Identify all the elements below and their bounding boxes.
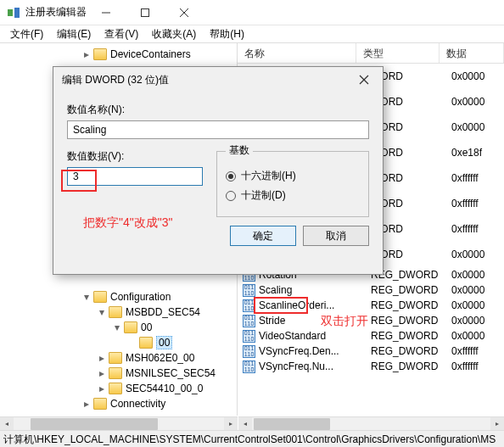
close-button[interactable]: [165, 0, 204, 25]
window-titlebar: 注册表编辑器: [0, 0, 504, 25]
value-data: 0xffffff: [451, 360, 479, 372]
radio-dec[interactable]: 十进制(D): [226, 188, 360, 203]
menu-favorites[interactable]: 收藏夹(A): [145, 25, 203, 43]
value-type: REG_DWORD: [371, 284, 451, 296]
radio-icon: [226, 171, 236, 182]
radio-hex[interactable]: 十六进制(H): [226, 169, 360, 183]
scroll-right-icon[interactable]: ▸: [490, 417, 504, 431]
list-row[interactable]: 011110VSyncFreq.Den...REG_DWORD0xffffff: [238, 344, 504, 359]
value-data-input[interactable]: [67, 167, 203, 186]
value-data: 0x0000: [451, 299, 484, 311]
menu-edit[interactable]: 编辑(E): [50, 25, 98, 43]
folder-icon: [109, 352, 122, 364]
folder-icon: [109, 383, 122, 394]
folder-icon: [139, 337, 153, 349]
chevron-icon[interactable]: ▸: [97, 383, 107, 394]
value-data: 0x0000: [451, 315, 484, 327]
value-data: 0xffffff: [451, 198, 479, 210]
menu-file[interactable]: 文件(F): [3, 25, 50, 43]
folder-icon: [93, 398, 107, 410]
svg-rect-1: [14, 8, 20, 18]
tree-item[interactable]: 00: [0, 335, 237, 350]
value-data: 0x0000: [451, 121, 484, 133]
tree-hscrollbar[interactable]: ◂ ▸: [0, 416, 238, 430]
value-name: VideoStandard: [259, 330, 371, 342]
minimize-button[interactable]: [87, 0, 126, 25]
value-data: 0xffffff: [451, 345, 479, 357]
tree-item[interactable]: ▸Connectivity: [0, 396, 237, 411]
chevron-right-icon[interactable]: ▸: [81, 49, 92, 59]
value-type: REG_DWORD: [371, 330, 451, 342]
radio-dec-label: 十进制(D): [241, 188, 286, 203]
tree-label: Configuration: [110, 291, 171, 303]
reg-value-icon: 011110: [243, 360, 255, 373]
value-data: 0x0000: [451, 249, 484, 260]
folder-icon: [109, 367, 122, 379]
header-name[interactable]: 名称: [238, 43, 356, 63]
value-name: VSyncFreq.Nu...: [259, 360, 371, 372]
folder-icon: [124, 321, 137, 333]
tree-label: MSNILSEC_SEC54: [126, 367, 216, 379]
tree-label: MSH062E0_00: [126, 352, 194, 364]
header-type[interactable]: 类型: [356, 43, 440, 63]
menu-help[interactable]: 帮助(H): [203, 25, 251, 43]
edit-dword-dialog: 编辑 DWORD (32 位)值 数值名称(N): 数值数据(V): 基数 十六…: [53, 66, 384, 275]
chevron-icon[interactable]: ▸: [97, 353, 107, 363]
tree-label: MSBDD_SEC54: [126, 306, 200, 318]
tree-label: 00: [156, 336, 172, 349]
chevron-icon[interactable]: [127, 338, 137, 348]
scroll-left-icon[interactable]: ◂: [238, 417, 252, 431]
list-row[interactable]: 011110VideoStandardREG_DWORD0x0000: [238, 328, 504, 344]
folder-icon: [109, 306, 122, 318]
header-data[interactable]: 数据: [440, 43, 504, 63]
list-hscrollbar[interactable]: ◂ ▸: [238, 416, 504, 430]
value-data: 0xffffff: [451, 223, 479, 235]
folder-icon: [93, 48, 107, 60]
base-legend: 基数: [226, 143, 253, 158]
list-row[interactable]: 011110StrideREG_DWORD0x0000: [238, 313, 504, 328]
tree-item[interactable]: ▸ DeviceContainers: [0, 47, 237, 62]
value-data: 0xffffff: [451, 172, 479, 184]
ok-button[interactable]: 确定: [230, 226, 296, 246]
tree-label: Connectivity: [110, 398, 165, 410]
data-label: 数值数据(V):: [67, 149, 203, 164]
tree-item[interactable]: ▸MSNILSEC_SEC54: [0, 366, 237, 381]
dialog-close-button[interactable]: [354, 70, 374, 90]
maximize-button[interactable]: [126, 0, 165, 25]
tree-item[interactable]: ▾MSBDD_SEC54: [0, 305, 237, 320]
reg-value-icon: 011110: [243, 299, 255, 312]
value-name: ScanlineOrderi...: [259, 299, 371, 311]
value-data: 0x0000: [451, 96, 484, 108]
app-icon: [7, 6, 20, 20]
reg-value-icon: 011110: [243, 345, 255, 358]
chevron-icon[interactable]: ▸: [97, 368, 107, 378]
chevron-icon[interactable]: ▾: [97, 307, 107, 317]
tree-item[interactable]: ▾00: [0, 320, 237, 335]
chevron-icon[interactable]: ▸: [81, 399, 92, 409]
chevron-icon[interactable]: ▾: [81, 292, 92, 302]
tree-item[interactable]: ▾Configuration: [0, 289, 237, 305]
scroll-right-icon[interactable]: ▸: [224, 417, 238, 431]
chevron-icon[interactable]: ▾: [112, 322, 122, 332]
value-type: REG_DWORD: [371, 315, 451, 327]
menu-view[interactable]: 查看(V): [98, 25, 145, 43]
tree-label: 00: [141, 321, 152, 333]
statusbar-path: 计算机\HKEY_LOCAL_MACHINE\SYSTEM\CurrentCon…: [0, 430, 504, 447]
value-name: VSyncFreq.Den...: [259, 345, 371, 357]
cancel-button[interactable]: 取消: [303, 226, 369, 246]
list-row[interactable]: 011110ScanlineOrderi...REG_DWORD0x0000: [238, 298, 504, 313]
value-type: REG_DWORD: [371, 299, 451, 311]
tree-item[interactable]: ▸MSH062E0_00: [0, 350, 237, 366]
value-data: 0x0000: [451, 330, 484, 342]
tree-item[interactable]: ▸SEC54410_00_0: [0, 381, 237, 396]
name-label: 数值名称(N):: [67, 103, 369, 117]
value-name-input[interactable]: [67, 120, 369, 139]
value-type: REG_DWORD: [371, 345, 451, 357]
reg-value-icon: 011110: [243, 284, 255, 297]
scroll-left-icon[interactable]: ◂: [0, 417, 14, 431]
reg-value-icon: 011110: [243, 330, 255, 343]
list-row[interactable]: 011110VSyncFreq.Nu...REG_DWORD0xffffff: [238, 359, 504, 374]
list-row[interactable]: 011110ScalingREG_DWORD0x0000: [238, 282, 504, 298]
value-name: Scaling: [259, 284, 371, 296]
list-header: 名称 类型 数据: [238, 43, 504, 64]
